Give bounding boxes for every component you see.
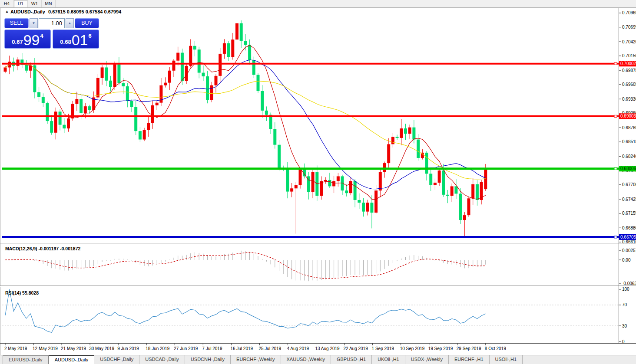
candle xyxy=(244,41,247,45)
date-axis-label: 30 May 2019 xyxy=(89,346,114,351)
sell-price-pip-digit: 4 xyxy=(40,33,43,39)
candle xyxy=(75,99,78,104)
collapse-triangle-icon[interactable]: ▲ xyxy=(5,10,9,13)
svg-text:0.66705: 0.66705 xyxy=(620,235,636,239)
sell-button[interactable]: SELL xyxy=(4,18,29,28)
candle xyxy=(354,181,357,200)
candle xyxy=(105,67,108,80)
buy-price-panel[interactable]: 0.68 01 6 xyxy=(53,30,99,49)
candle xyxy=(143,130,146,140)
candle xyxy=(265,111,268,115)
candle xyxy=(210,85,213,100)
candle xyxy=(126,86,129,101)
candle xyxy=(117,64,120,83)
volume-decrease-button[interactable]: ▼ xyxy=(30,18,38,28)
symbol-tab-gbpusd-h1[interactable]: GBPUSD-,H1 xyxy=(331,355,372,364)
candle xyxy=(332,181,335,186)
price-axis-label: 0.67425 xyxy=(622,197,636,202)
chart-tab-bar: EURUSD-,DailyAUDUSD-,DailyUSDCHF-,DailyU… xyxy=(0,355,636,364)
candle xyxy=(219,54,222,76)
date-axis-label: 2 May 2019 xyxy=(4,346,27,351)
candle xyxy=(379,172,382,190)
candle xyxy=(54,111,57,132)
volume-increase-button[interactable]: ▲ xyxy=(66,18,74,28)
price-axis-label: 0.67700 xyxy=(622,182,636,187)
symbol-tab-eurchf-weekly[interactable]: EURCHF-,Weekly xyxy=(231,355,281,364)
timeframe-button-MN[interactable]: MN xyxy=(42,0,56,7)
symbol-tab-xauusd-weekly[interactable]: XAUUSD-,Weekly xyxy=(281,355,331,364)
symbol-tab-audusd-daily[interactable]: AUDUSD-,Daily xyxy=(49,355,95,364)
candle xyxy=(46,103,49,121)
price-axis-label: 0.70695 xyxy=(622,25,636,30)
candle xyxy=(412,128,415,140)
rsi-axis-label: 70 xyxy=(622,302,627,307)
candle xyxy=(113,64,116,87)
candle xyxy=(96,78,99,98)
candle xyxy=(273,129,276,144)
candle xyxy=(484,169,487,189)
candle xyxy=(324,180,327,181)
symbol-tab-usdx-weekly[interactable]: USDX-,Weekly xyxy=(405,355,449,364)
candle xyxy=(231,39,234,57)
timeframe-button-W1[interactable]: W1 xyxy=(28,0,42,7)
candlestick-series xyxy=(4,17,487,237)
buy-button[interactable]: BUY xyxy=(75,18,99,28)
buy-price-prefix: 0.68 xyxy=(60,39,71,45)
candle xyxy=(454,186,457,193)
candle xyxy=(80,99,83,113)
candle xyxy=(147,123,150,130)
timeframe-button-D1[interactable]: D1 xyxy=(14,0,28,7)
buy-price-big-digits: 01 xyxy=(72,34,88,46)
candle xyxy=(463,215,466,220)
symbol-tab-usdcnh-daily[interactable]: USDCNH-,Daily xyxy=(185,355,231,364)
candle xyxy=(122,83,125,86)
price-axis-label: 0.66880 xyxy=(622,226,636,230)
ma-slow-line xyxy=(5,64,486,179)
chart-canvas[interactable]: 0.709650.706950.704200.701500.698750.696… xyxy=(0,7,636,355)
timeframe-button-H4[interactable]: H4 xyxy=(0,0,14,7)
candle xyxy=(396,137,399,138)
candle xyxy=(370,203,373,213)
candle xyxy=(261,91,264,111)
svg-text:0.70002: 0.70002 xyxy=(620,61,636,66)
price-axis-label: 0.68240 xyxy=(622,154,636,159)
candle xyxy=(290,188,293,191)
volume-input[interactable] xyxy=(39,18,65,28)
symbol-tab-usdchf-daily[interactable]: USDCHF-,Daily xyxy=(94,355,139,364)
symbol-tab-eurusd-daily[interactable]: EURUSD-,Daily xyxy=(3,355,49,364)
candle xyxy=(252,60,255,75)
symbol-tab-ukoil-h1[interactable]: UKOil-,H1 xyxy=(372,355,405,364)
candle xyxy=(434,183,437,185)
symbol-tab-usoil-h1[interactable]: USOil-,H1 xyxy=(490,355,523,364)
candle xyxy=(109,81,112,87)
date-axis-label: 25 Jul 2019 xyxy=(258,346,281,351)
price-axis-label: 0.68515 xyxy=(622,139,636,144)
price-axis-label: 0.69875 xyxy=(622,68,636,73)
price-axis-label: 0.66610 xyxy=(622,239,636,244)
candle xyxy=(235,23,238,40)
one-click-trade-panel: SELL ▼ ▲ BUY 0.67 99 4 0.68 01 6 xyxy=(4,18,99,49)
date-axis-label: 7 Jul 2019 xyxy=(202,346,222,351)
sell-price-panel[interactable]: 0.67 99 4 xyxy=(4,30,51,49)
candle xyxy=(467,198,470,215)
candle xyxy=(299,170,302,185)
candle xyxy=(320,181,323,196)
candle xyxy=(151,105,154,123)
candle xyxy=(429,174,432,185)
candle xyxy=(387,144,390,163)
price-axis: 0.709650.706950.704200.701500.698750.696… xyxy=(619,7,636,344)
candle xyxy=(88,106,91,110)
candle xyxy=(134,107,137,131)
buy-price-pip-digit: 6 xyxy=(88,33,91,39)
chart-title: ▲AUDUSD-,Daily0.67615 0.68095 0.67584 0.… xyxy=(5,9,121,14)
rsi-axis-label: 30 xyxy=(622,324,627,328)
candle xyxy=(176,53,179,61)
sell-price-big-digits: 99 xyxy=(23,34,40,46)
rsi-axis-label: 0 xyxy=(622,339,625,344)
symbol-tab-usdcad-daily[interactable]: USDCAD-,Daily xyxy=(139,355,185,364)
candle xyxy=(345,190,348,193)
candle xyxy=(67,118,70,128)
candle xyxy=(181,53,184,81)
symbol-tab-eurchf-h1[interactable]: EURCHF-,H1 xyxy=(449,355,490,364)
terminal-window: H4D1W1MN ▲AUDUSD-,Daily0.67615 0.68095 0… xyxy=(0,0,636,364)
